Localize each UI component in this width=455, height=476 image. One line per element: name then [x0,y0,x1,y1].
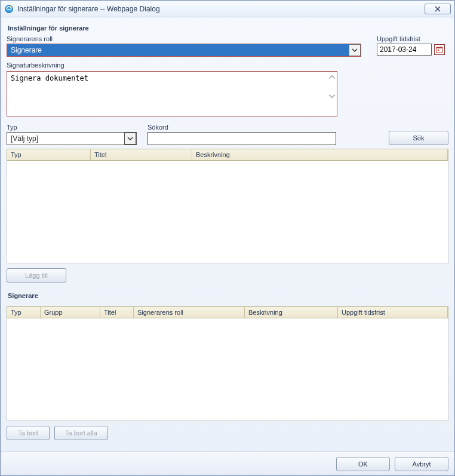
close-button[interactable] [425,4,451,14]
search-input[interactable] [147,132,336,145]
section2-heading: Signerare [8,292,448,299]
search-label: Sökord [147,124,336,131]
role-select[interactable]: Signerare [7,44,361,57]
role-label: Signerarens roll [7,35,361,42]
results-table: Typ Titel Beskrivning [7,149,448,263]
dialog-window: Inställningar för signerare -- Webpage D… [0,0,455,476]
titlebar: Inställningar för signerare -- Webpage D… [1,1,454,17]
col-beskr: Beskrivning [192,149,448,160]
col2-titel: Titel [100,307,134,318]
col2-grupp: Grupp [41,307,100,318]
typ-select[interactable]: [Välj typ] [7,132,137,145]
window-title: Inställningar för signerare -- Webpage D… [17,5,425,13]
description-textarea[interactable] [7,71,337,116]
svg-rect-3 [438,50,439,51]
col2-roll: Signerarens roll [134,307,245,318]
section1-heading: Inställningar för signerare [8,24,448,32]
add-button[interactable]: Lägg till [7,268,66,282]
deadline-label: Uppgift tidsfrist [377,35,448,42]
footer: OK Avbryt [1,452,454,475]
search-button[interactable]: Sök [389,131,448,145]
chevron-down-icon [124,133,136,145]
remove-button[interactable]: Ta bort [7,426,50,440]
deadline-input[interactable] [377,44,432,56]
ie-icon [4,4,14,14]
dialog-body: Inställningar för signerare Signerarens … [1,17,454,452]
remove-all-button[interactable]: Ta bort alla [54,426,108,440]
col2-tid: Uppgift tidsfrist [338,307,448,318]
signers-body[interactable] [7,318,448,421]
col-titel: Titel [91,149,192,160]
svg-rect-2 [436,47,442,48]
description-label: Signaturbeskrivning [7,62,448,69]
col2-beskr: Beskrivning [245,307,338,318]
cancel-button[interactable]: Avbryt [395,457,448,471]
col2-typ: Typ [7,307,41,318]
calendar-icon [436,46,443,53]
role-value: Signerare [7,46,349,54]
calendar-button[interactable] [434,44,445,55]
close-icon [435,6,441,12]
chevron-down-icon [349,44,361,56]
typ-value: [Välj typ] [7,134,124,143]
typ-label: Typ [7,124,137,131]
ok-button[interactable]: OK [336,457,390,471]
results-body[interactable] [7,161,448,263]
col-typ: Typ [7,149,91,160]
signers-table: Typ Grupp Titel Signerarens roll Beskriv… [7,306,448,421]
